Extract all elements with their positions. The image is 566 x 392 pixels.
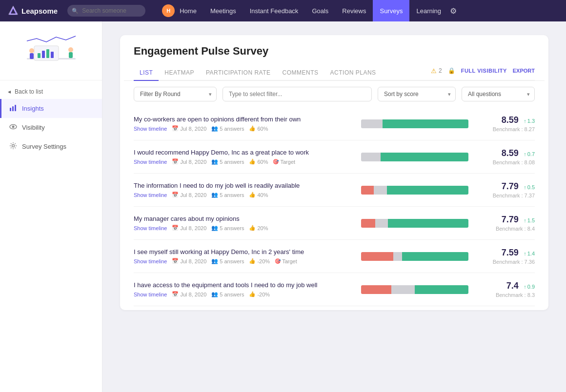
show-timeline-link[interactable]: Show timeline [134,126,167,132]
sidebar-navigation: ◂ Back to list Insights [0,80,102,160]
question-meta: Show timeline 📅 Jul 8, 2020 👥 5 answers … [134,258,353,264]
questions-filter-wrapper: All questions [462,87,535,101]
sort-wrapper: Sort by score [378,87,456,101]
target-badge: 🎯 Target [273,159,295,165]
svg-rect-13 [12,106,14,111]
svg-rect-11 [69,52,73,58]
question-row: I see myself still working at Happy Demo… [134,240,535,273]
group-icon: 👥 [211,225,218,231]
sidebar-visibility-label: Visibility [22,124,45,131]
date-item: 📅 Jul 8, 2020 [172,258,206,264]
show-timeline-link[interactable]: Show timeline [134,225,167,231]
sidebar-item-visibility[interactable]: Visibility [0,118,102,137]
nav-instant-feedback-label: Instant Feedback [250,7,299,15]
back-to-list-button[interactable]: ◂ Back to list [0,84,102,99]
calendar-icon: 📅 [172,258,179,264]
tab-action-plans[interactable]: ACTION PLANS [324,65,382,81]
brand-name: Leapsome [21,7,58,15]
question-text: My co-workers are open to opinions diffe… [134,116,353,123]
filter-text-input[interactable] [222,87,372,101]
delta-value: 0.9 [527,284,535,290]
benchmark: Benchmark : 8.27 [476,126,535,132]
nav-goals[interactable]: Goals [305,0,335,21]
bar-segment-green [381,153,468,161]
svg-point-8 [29,48,34,53]
score-value: 8.59 [502,148,519,158]
tab-participation-rate[interactable]: PARTICIPATION RATE [200,65,277,81]
question-meta: Show timeline 📅 Jul 8, 2020 👥 5 answers … [134,158,353,165]
full-visibility-button[interactable]: FULL VISIBILITY [461,68,507,74]
score-value: 7.79 [502,181,519,191]
score-bar [361,252,468,261]
bar-segment-gray [374,186,386,195]
tab-heatmap[interactable]: HEATMAP [159,65,200,81]
tab-comments[interactable]: COMMENTS [277,65,324,81]
question-meta: Show timeline 📅 Jul 8, 2020 👥 5 answers … [134,125,353,132]
question-row: I have access to the equipment and tools… [134,273,535,306]
nav-learning[interactable]: Learning [409,0,448,21]
nav-instant-feedback[interactable]: Instant Feedback [243,0,305,21]
alert-count: 2 [439,67,442,74]
calendar-icon: 📅 [172,225,179,231]
group-icon: 👥 [211,258,218,264]
sort-select[interactable]: Sort by score [378,87,456,101]
show-timeline-link[interactable]: Show timeline [134,258,167,264]
tab-list[interactable]: LIST [134,65,159,81]
answers-item: 👥 5 answers [211,291,244,297]
brand-logo[interactable]: Leapsome [8,5,58,16]
question-info: My co-workers are open to opinions diffe… [134,116,353,132]
sidebar-item-survey-settings[interactable]: Survey Settings [0,137,102,156]
score-delta: ↑ 1.3 [524,118,535,124]
score-value: 7.59 [502,248,519,257]
bar-segment-green [383,119,468,128]
tabs-row: LIST HEATMAP PARTICIPATION RATE COMMENTS… [134,65,535,80]
export-button[interactable]: EXPORT [513,68,535,74]
nav-surveys-label: Surveys [380,7,403,15]
nav-reviews[interactable]: Reviews [335,0,373,21]
question-info: I would recommend Happy Demo, Inc as a g… [134,149,353,165]
nav-meetings[interactable]: Meetings [203,0,243,21]
group-icon: 👥 [211,291,218,297]
score-delta: ↑ 1.4 [524,251,535,256]
search-wrapper: 🔍 [67,5,145,17]
thumb-icon: 👍 [249,258,256,264]
delta-value: 0.5 [527,184,535,190]
round-filter-wrapper: Filter By Round [134,87,217,101]
benchmark: Benchmark : 8.08 [476,159,535,165]
show-timeline-link[interactable]: Show timeline [134,159,167,165]
top-navigation: Leapsome 🔍 H Home Meetings Instant Feedb… [0,0,566,21]
date-item: 📅 Jul 8, 2020 [172,225,206,231]
show-timeline-link[interactable]: Show timeline [134,292,167,297]
svg-point-16 [12,126,15,128]
answers-item: 👥 5 answers [211,258,244,264]
search-input[interactable] [67,5,145,17]
nav-home[interactable]: H Home [155,0,203,21]
svg-point-17 [12,145,15,147]
score-delta: ↑ 0.9 [524,284,535,290]
svg-rect-12 [10,108,11,111]
delta-arrow-icon: ↑ [524,251,526,256]
score-value: 7.79 [502,215,519,224]
target-icon: 🎯 [273,159,279,164]
insights-icon [9,104,17,113]
tab-bar: LIST HEATMAP PARTICIPATION RATE COMMENTS… [134,65,431,80]
score-delta: ↑ 1.5 [524,217,535,223]
bar-segment-gray [361,153,381,161]
question-row: My manager cares about my opinions Show … [134,207,535,240]
score-area: 7.79 ↑ 1.5 Benchmark : 8.4 [476,215,535,232]
score-bar [361,285,468,294]
questions-select[interactable]: All questions [462,87,535,101]
score-value: 7.4 [506,281,519,291]
nav-surveys[interactable]: Surveys [373,0,409,21]
nav-learning-label: Learning [416,7,441,15]
round-filter-select[interactable]: Filter By Round [134,87,217,101]
settings-icon[interactable]: ⚙ [450,6,457,16]
delta-value: 1.5 [527,217,535,223]
delta-arrow-icon: ↑ [524,284,526,290]
delta-arrow-icon: ↑ [524,151,526,157]
benchmark: Benchmark : 7.36 [476,259,535,265]
main-content-area: Engagement Pulse Survey LIST HEATMAP PAR… [102,21,566,392]
show-timeline-link[interactable]: Show timeline [134,192,167,198]
svg-point-10 [68,47,73,52]
sidebar-item-insights[interactable]: Insights [0,99,102,118]
